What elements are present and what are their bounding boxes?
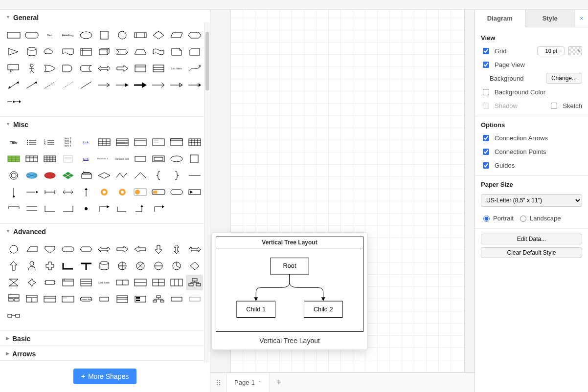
shape-cube[interactable] bbox=[95, 44, 113, 60]
tab-style[interactable]: Style bbox=[525, 10, 576, 27]
grid-color-swatch[interactable]: ✎ bbox=[568, 46, 582, 55]
shape-adv-circle-line[interactable] bbox=[150, 258, 167, 274]
shape-gear-badge[interactable] bbox=[132, 184, 149, 200]
shape-ul[interactable] bbox=[23, 134, 40, 150]
shape-container[interactable] bbox=[132, 61, 149, 76]
shape-title[interactable]: Title bbox=[5, 134, 22, 150]
shape-rounded-outline[interactable] bbox=[168, 184, 185, 200]
more-shapes-button[interactable]: + More Shapes bbox=[73, 369, 136, 384]
shape-rhombus2[interactable] bbox=[95, 168, 113, 183]
edit-data-button[interactable]: Edit Data... bbox=[481, 234, 582, 244]
shape-adv-arrow-u2[interactable] bbox=[5, 258, 22, 274]
shape-elbow2[interactable] bbox=[113, 201, 131, 217]
shape-dashed-line[interactable] bbox=[41, 77, 58, 93]
shape-note[interactable] bbox=[168, 44, 185, 60]
shape-adv-bi-arrow-outline[interactable] bbox=[95, 241, 113, 257]
shapes-scrollbar[interactable] bbox=[204, 22, 210, 363]
shape-internal-storage[interactable] bbox=[77, 44, 94, 60]
shape-play-badge[interactable] bbox=[186, 184, 203, 200]
shape-thin-arrow[interactable] bbox=[95, 77, 113, 93]
shape-callout[interactable] bbox=[5, 61, 22, 76]
shape-poly-arrow[interactable] bbox=[168, 77, 185, 93]
shape-vline-up[interactable] bbox=[77, 184, 94, 200]
landscape-radio[interactable] bbox=[520, 216, 526, 222]
shape-trapezoid[interactable] bbox=[132, 44, 149, 60]
shape-link-connector[interactable] bbox=[5, 94, 22, 109]
shape-adv-box-stack[interactable] bbox=[23, 291, 40, 307]
shape-data-storage[interactable] bbox=[77, 61, 94, 76]
shape-adv-trap[interactable] bbox=[23, 241, 40, 257]
shape-adv-grid4[interactable] bbox=[150, 275, 167, 290]
shape-rounded-rect[interactable] bbox=[23, 27, 40, 43]
shape-adv-form2[interactable] bbox=[77, 275, 94, 290]
shape-table2[interactable] bbox=[113, 134, 131, 150]
shape-table[interactable] bbox=[95, 134, 113, 150]
shape-card[interactable] bbox=[186, 44, 203, 60]
shape-adv-pill2[interactable]: Contact Sale bbox=[77, 291, 94, 307]
shape-adv-arrow-d[interactable] bbox=[150, 241, 167, 257]
shape-adv-circle-x[interactable] bbox=[132, 258, 149, 274]
shape-corner-bl[interactable] bbox=[41, 201, 58, 217]
shape-adv-t[interactable] bbox=[77, 258, 94, 274]
shape-square2[interactable] bbox=[186, 151, 203, 167]
shape-adv-chip[interactable] bbox=[41, 275, 58, 290]
section-header-misc[interactable]: ▼ Misc bbox=[0, 116, 210, 131]
shape-ol[interactable]: 1.2.3. bbox=[41, 134, 58, 150]
shape-adv-person[interactable] bbox=[23, 258, 40, 274]
shape-process[interactable] bbox=[132, 27, 149, 43]
shape-line[interactable] bbox=[77, 77, 94, 93]
shape-adv-badge3[interactable] bbox=[186, 291, 203, 307]
shape-angle-line[interactable] bbox=[132, 168, 149, 183]
shape-square[interactable] bbox=[95, 27, 113, 43]
shape-seg-arrow[interactable] bbox=[186, 77, 203, 93]
shape-triangle[interactable] bbox=[5, 44, 22, 60]
shape-text[interactable]: Text bbox=[41, 27, 58, 43]
shape-step[interactable] bbox=[113, 44, 131, 60]
shape-arrow-left-right[interactable] bbox=[95, 61, 113, 76]
shape-adv-plus[interactable] bbox=[41, 258, 58, 274]
shape-adv-stack3[interactable] bbox=[5, 291, 22, 307]
shape-list[interactable] bbox=[150, 61, 167, 76]
section-header-advanced[interactable]: ▼ Advanced bbox=[0, 223, 210, 239]
shape-adv-labeled-box[interactable] bbox=[41, 291, 58, 307]
shape-adv-mini2[interactable] bbox=[113, 291, 131, 307]
shape-actor[interactable] bbox=[23, 61, 40, 76]
shape-adv-shield[interactable] bbox=[41, 241, 58, 257]
shape-cloud[interactable] bbox=[41, 44, 58, 60]
shape-link[interactable]: Link bbox=[77, 134, 94, 150]
shape-rect2[interactable] bbox=[132, 151, 149, 167]
shape-adv-l1[interactable] bbox=[59, 258, 76, 274]
shape-hline[interactable] bbox=[186, 168, 203, 183]
shape-open-arrow[interactable] bbox=[150, 77, 167, 93]
guides-checkbox[interactable] bbox=[483, 162, 489, 169]
change-background-button[interactable]: Change... bbox=[546, 73, 582, 84]
shape-adv-labeled-box2[interactable] bbox=[59, 291, 76, 307]
shape-blue-ellipse[interactable] bbox=[23, 168, 40, 183]
shape-adv-arrow-r[interactable] bbox=[113, 241, 131, 257]
shape-table4[interactable] bbox=[41, 151, 58, 167]
shape-form[interactable] bbox=[150, 134, 167, 150]
shape-adv-circle-plus[interactable] bbox=[113, 258, 131, 274]
shape-or[interactable] bbox=[41, 61, 58, 76]
add-page-button[interactable]: + bbox=[270, 373, 288, 392]
shape-and[interactable] bbox=[59, 61, 76, 76]
shape-document[interactable] bbox=[59, 44, 76, 60]
shape-thin-arrow2[interactable] bbox=[113, 77, 131, 93]
shape-adv-pill[interactable] bbox=[59, 241, 76, 257]
tab-diagram[interactable]: Diagram bbox=[475, 10, 525, 27]
shape-adv-list-item[interactable]: List Item bbox=[95, 275, 113, 290]
shape-parallelogram[interactable] bbox=[168, 27, 185, 43]
shape-red-ellipse[interactable] bbox=[41, 168, 58, 183]
shape-adv-mini3[interactable] bbox=[132, 291, 149, 307]
shape-note2[interactable] bbox=[59, 151, 76, 167]
section-header-general[interactable]: ▼ General bbox=[0, 10, 210, 24]
shape-adv-arrow-lr2[interactable] bbox=[186, 241, 203, 257]
shape-adv-window[interactable] bbox=[59, 275, 76, 290]
shape-zigzag[interactable] bbox=[113, 168, 131, 183]
shape-elbow3[interactable] bbox=[132, 201, 149, 217]
scrollbar-thumb[interactable] bbox=[205, 32, 209, 90]
shape-gear-icon-orange[interactable] bbox=[95, 184, 113, 200]
shape-elbow4[interactable] bbox=[150, 201, 167, 217]
shape-small-text[interactable]: Horizontal & … bbox=[95, 151, 113, 167]
shape-brace-left[interactable] bbox=[150, 168, 167, 183]
